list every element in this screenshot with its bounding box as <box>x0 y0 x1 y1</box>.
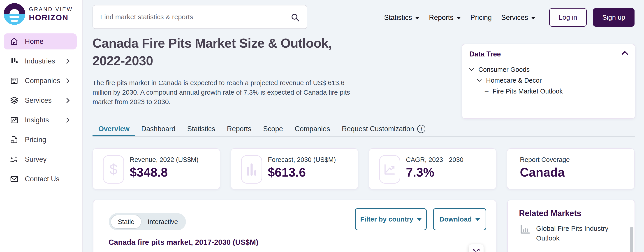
signup-button[interactable]: Sign up <box>593 8 634 27</box>
download-button-label: Download <box>439 215 472 223</box>
filter-button-label: Filter by country <box>360 215 413 223</box>
sidebar-item-label: Home <box>25 38 44 46</box>
tab-label: Dashboard <box>141 123 176 135</box>
caret-down-icon <box>417 218 422 221</box>
sidebar-item-companies[interactable]: Companies <box>4 73 77 89</box>
page-title: Canada Fire Pits Market Size & Outlook, … <box>92 34 359 70</box>
tab-request-customization[interactable]: Request Customization i <box>336 123 432 136</box>
search-box <box>92 5 307 29</box>
sidebar-item-label: Survey <box>25 155 46 163</box>
sidebar-item-home[interactable]: Home <box>4 34 77 50</box>
sidebar-item-label: Services <box>25 96 52 105</box>
nav-statistics[interactable]: Statistics <box>384 14 420 22</box>
tab-scope[interactable]: Scope <box>257 123 289 136</box>
brand-logo[interactable]: GRAND VIEW HORIZON <box>4 3 73 25</box>
bar-chart-icon <box>10 57 19 66</box>
sidebar-nav: Home Industries Companies Services <box>0 34 82 187</box>
stat-value: 7.3% <box>406 165 434 179</box>
tree-node-homecare-decor[interactable]: Homecare & Decor <box>462 75 635 86</box>
caret-down-icon <box>476 218 480 221</box>
caret-down-icon <box>415 17 420 20</box>
stat-value: $348.8 <box>130 165 168 179</box>
mail-icon <box>10 174 19 184</box>
data-tree-title: Data Tree <box>469 50 501 58</box>
tree-node-fire-pits-market-outlook[interactable]: – Fire Pits Market Outlook <box>462 86 635 97</box>
stat-card-report-coverage: Report Coverage Canada <box>507 148 634 189</box>
nav-label: Statistics <box>384 14 412 22</box>
sidebar-item-survey[interactable]: Survey <box>4 151 77 167</box>
brand-name-bottom: HORIZON <box>29 13 73 22</box>
bar-chart-icon <box>241 155 262 184</box>
sidebar: GRAND VIEW HORIZON Home Industries Compa… <box>0 0 82 252</box>
nav-pricing[interactable]: Pricing <box>470 14 492 22</box>
sidebar-item-insights[interactable]: Insights <box>4 112 77 128</box>
top-nav: Statistics Reports Pricing Services <box>384 9 536 27</box>
toggle-static[interactable]: Static <box>110 215 142 229</box>
page-description: The fire pits market in Canada is expect… <box>92 78 361 107</box>
sidebar-item-label: Contact Us <box>25 175 59 183</box>
sidebar-item-pricing[interactable]: Pricing <box>4 132 77 148</box>
chevron-right-icon <box>66 58 70 64</box>
tab-label: Overview <box>98 123 130 135</box>
tree-node-label: Homecare & Decor <box>486 77 542 84</box>
chevron-right-icon <box>66 78 70 84</box>
expand-icon <box>472 247 481 252</box>
stat-cards: $ Revenue, 2022 (US$M) $348.8 Forecast, … <box>92 148 634 189</box>
login-button[interactable]: Log in <box>549 8 587 27</box>
related-markets-panel: Related Markets Global Fire Pits Industr… <box>507 200 635 252</box>
chart-mode-toggle: Static Interactive <box>109 213 186 230</box>
tree-node-label: Consumer Goods <box>478 66 530 73</box>
sidebar-item-industries[interactable]: Industries <box>4 53 77 69</box>
pricing-icon <box>10 135 19 144</box>
nav-reports[interactable]: Reports <box>429 14 461 22</box>
tab-overview[interactable]: Overview <box>92 123 136 136</box>
tab-label: Reports <box>227 123 252 135</box>
layers-icon <box>10 96 19 105</box>
tab-label: Request Customization <box>342 123 414 135</box>
filter-by-country-button[interactable]: Filter by country <box>355 208 427 230</box>
toggle-interactive[interactable]: Interactive <box>142 218 184 225</box>
dollar-icon: $ <box>103 155 124 184</box>
tab-label: Statistics <box>187 123 215 135</box>
horizon-logo-icon <box>4 3 25 25</box>
tab-statistics[interactable]: Statistics <box>182 123 221 136</box>
tab-bar: Overview Dashboard Statistics Reports Sc… <box>92 123 635 137</box>
survey-icon <box>10 155 19 164</box>
chevron-down-icon <box>469 68 474 72</box>
tab-dashboard[interactable]: Dashboard <box>136 123 182 136</box>
search-icon[interactable] <box>290 13 300 22</box>
chart-panel: Static Interactive Filter by country Dow… <box>93 200 496 252</box>
sidebar-item-services[interactable]: Services <box>4 92 77 108</box>
insights-icon <box>10 115 19 125</box>
tree-node-label: Fire Pits Market Outlook <box>492 88 563 95</box>
stat-label: Report Coverage <box>520 156 570 163</box>
tab-companies[interactable]: Companies <box>289 123 336 136</box>
tab-reports[interactable]: Reports <box>221 123 258 136</box>
scrollbar[interactable] <box>630 227 634 252</box>
download-button[interactable]: Download <box>433 208 486 230</box>
building-icon <box>10 76 19 86</box>
brand-name-top: GRAND VIEW <box>29 6 73 13</box>
chevron-right-icon <box>66 117 70 123</box>
expand-chart-button[interactable] <box>469 244 484 252</box>
sidebar-item-contact-us[interactable]: Contact Us <box>4 171 77 187</box>
tree-node-consumer-goods[interactable]: Consumer Goods <box>462 64 635 75</box>
stat-label: CAGR, 2023 - 2030 <box>406 156 464 163</box>
dash-icon: – <box>485 87 488 95</box>
stat-label: Revenue, 2022 (US$M) <box>130 156 198 163</box>
stat-card-forecast: Forecast, 2030 (US$M) $613.6 <box>230 148 358 189</box>
tab-label: Companies <box>295 123 330 135</box>
data-tree-panel: Data Tree Consumer Goods Homecare & Deco… <box>462 44 636 119</box>
info-icon[interactable]: i <box>417 125 425 133</box>
search-input[interactable] <box>93 6 307 29</box>
collapse-chevron-up-icon[interactable] <box>621 50 629 56</box>
related-market-item[interactable]: Global Fire Pits Industry Outlook <box>520 223 620 243</box>
nav-services[interactable]: Services <box>501 14 536 22</box>
stat-value: Canada <box>520 165 565 179</box>
home-icon <box>10 37 19 46</box>
nav-label: Services <box>501 14 528 22</box>
chevron-down-icon <box>476 78 482 82</box>
caret-down-icon <box>456 17 461 20</box>
data-tree-nodes: Consumer Goods Homecare & Decor – Fire P… <box>462 64 635 97</box>
nav-label: Pricing <box>470 14 492 22</box>
